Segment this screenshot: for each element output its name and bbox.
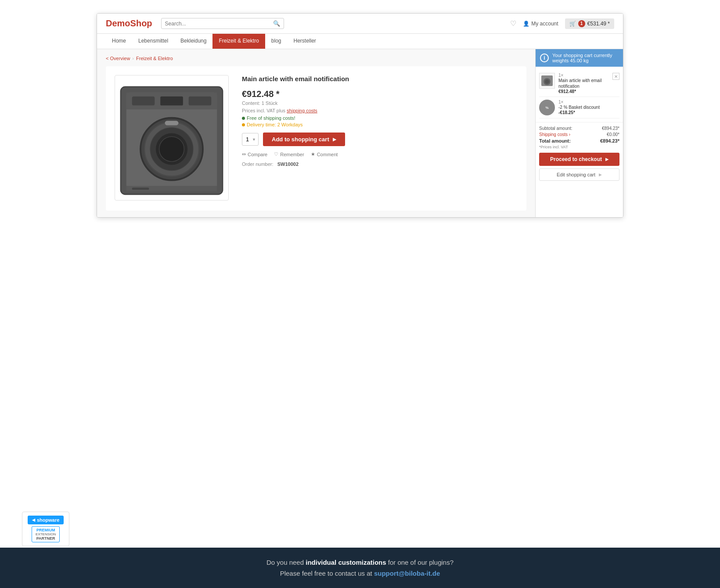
product-image-area <box>115 75 229 202</box>
wishlist-icon[interactable]: ♡ <box>510 19 516 28</box>
cart-dropdown-panel: i Your shopping cart currently weights 4… <box>535 49 623 217</box>
order-number-value: SW10002 <box>277 161 299 167</box>
account-icon: 👤 <box>523 21 529 27</box>
nav-bekleidung[interactable]: Bekleidung <box>174 34 212 49</box>
nav-hersteller[interactable]: Hersteller <box>288 34 322 49</box>
subtotal-value: €894.23* <box>602 126 619 131</box>
discount-icon-text: % <box>545 106 548 110</box>
cart-item-1-qty: 1× <box>558 73 609 78</box>
nav-home[interactable]: Home <box>106 34 132 49</box>
cart-item-2-name: -2 % Basket discount <box>558 104 619 110</box>
cart-item-1-price: €912.48* <box>558 89 609 94</box>
nav-blog[interactable]: blog <box>265 34 288 49</box>
svg-rect-5 <box>160 97 183 106</box>
info-circle-icon: i <box>540 54 549 62</box>
extension-text: EXTENSION <box>36 532 56 536</box>
edit-cart-button[interactable]: Edit shopping cart <box>539 169 619 181</box>
heart-action-icon: ♡ <box>274 151 278 157</box>
cart-totals: Subtotal amount: €894.23* Shipping costs… <box>536 122 623 184</box>
partner-text: PARTNER <box>36 536 56 541</box>
shop-nav: Home Lebensmittel Bekleidung Freizeit & … <box>97 34 623 49</box>
shop-window: DemoShop 🔍 ♡ 👤 My account 🛒 <box>97 13 623 218</box>
total-row: Total amount: €894.23* <box>539 138 619 143</box>
product-image <box>115 75 229 201</box>
account-label: My account <box>531 21 558 27</box>
remember-action[interactable]: ♡ Remember <box>274 151 304 157</box>
add-to-cart-button[interactable]: Add to shopping cart <box>263 133 345 146</box>
cart-info-text: Your shopping cart currently weights 45.… <box>552 53 619 63</box>
comment-action[interactable]: ★ Comment <box>311 151 338 157</box>
cart-item-2: % 1× -2 % Basket discount -€18.25* <box>539 97 619 118</box>
shop-header: DemoShop 🔍 ♡ 👤 My account 🛒 <box>97 14 623 34</box>
vat-note: Prices incl. VAT plus shipping costs <box>242 108 518 113</box>
cart-price: €531.49 * <box>587 21 610 27</box>
cart-item-2-info: 1× -2 % Basket discount -€18.25* <box>558 100 619 115</box>
bottom-cta-section: Do you need individual customizations fo… <box>0 548 720 588</box>
svg-rect-13 <box>132 187 149 190</box>
cart-badge: 1 <box>578 20 585 27</box>
cart-item-2-thumb: % <box>539 100 555 115</box>
product-price: €912.48 * <box>242 89 518 99</box>
compare-action[interactable]: ⇔ Compare <box>242 151 267 157</box>
subtotal-row: Subtotal amount: €894.23* <box>539 126 619 131</box>
shopware-logo-text: shopware <box>37 517 59 523</box>
cart-info-banner: i Your shopping cart currently weights 4… <box>536 49 623 67</box>
total-label: Total amount: <box>539 138 571 143</box>
shopware-logo: shopware <box>28 516 64 524</box>
checkout-button[interactable]: Proceed to checkout <box>539 153 619 166</box>
breadcrumb: < Overview › Freizeit & Elektro <box>106 56 526 61</box>
breadcrumb-back[interactable]: < Overview <box>106 56 130 61</box>
quantity-select[interactable]: 1 2 3 <box>242 133 259 146</box>
delivery-time-text: Delivery time: 2 Workdays <box>247 122 303 127</box>
cart-item-1-info: 1× Main article with email notification … <box>558 73 609 94</box>
shipping-costs-link[interactable]: shipping costs <box>287 108 317 113</box>
vat-note-row: *Prices incl. VAT <box>539 145 619 149</box>
support-email-link[interactable]: support@biloba-it.de <box>374 570 440 577</box>
cart-icon: 🛒 <box>569 21 576 27</box>
header-icons: ♡ 👤 My account 🛒 1 €531.49 * <box>510 18 614 29</box>
product-title: Main article with email notification <box>242 75 518 82</box>
qty-wrapper: 1 2 3 <box>242 133 259 146</box>
cart-area[interactable]: 🛒 1 €531.49 * <box>565 18 614 29</box>
svg-rect-4 <box>189 97 212 106</box>
shop-body: < Overview › Freizeit & Elektro <box>97 49 623 217</box>
content-label: Content: 1 Stück <box>242 100 277 106</box>
shipping-value: €0.00* <box>607 132 619 137</box>
premium-badge: PREMIUM EXTENSION PARTNER <box>32 526 60 542</box>
svg-point-10 <box>159 136 184 161</box>
logo-black: Demo <box>106 18 130 28</box>
star-icon: ★ <box>311 151 315 157</box>
vat-text: Prices incl. VAT plus <box>242 108 287 113</box>
search-icon[interactable]: 🔍 <box>273 20 280 27</box>
product-actions: ⇔ Compare ♡ Remember ★ C <box>242 151 518 157</box>
shopware-badge: shopware PREMIUM EXTENSION PARTNER <box>22 512 69 546</box>
compare-icon: ⇔ <box>242 151 246 157</box>
search-input[interactable] <box>165 21 273 27</box>
breadcrumb-current: Freizeit & Elektro <box>136 56 173 61</box>
nav-freizeit[interactable]: Freizeit & Elektro <box>212 34 265 49</box>
cart-item-1: 1× Main article with email notification … <box>539 70 619 97</box>
vat-note-text: *Prices incl. VAT <box>539 145 568 149</box>
account-area[interactable]: 👤 My account <box>523 21 558 27</box>
search-bar[interactable]: 🔍 <box>161 18 284 29</box>
product-content: Main article with email notification €91… <box>106 66 526 211</box>
free-shipping-text: Free of shipping costs! <box>247 115 295 121</box>
bottom-line-2: Please feel free to contact us at suppor… <box>280 570 440 577</box>
subtotal-label: Subtotal amount: <box>539 126 572 131</box>
green-dot <box>242 117 245 120</box>
price-content: Content: 1 Stück <box>242 100 518 106</box>
order-number-row: Order number: SW10002 <box>242 161 518 167</box>
shipping-costs-link[interactable]: Shipping costs › <box>539 132 570 137</box>
cart-item-1-remove[interactable]: ✕ <box>612 73 619 80</box>
product-details: Main article with email notification €91… <box>242 75 518 202</box>
cart-items-list: 1× Main article with email notification … <box>536 67 623 122</box>
product-area: < Overview › Freizeit & Elektro <box>97 49 535 217</box>
logo-red: Shop <box>130 18 152 28</box>
svg-rect-3 <box>132 97 155 106</box>
delivery-time-badge: Delivery time: 2 Workdays <box>242 122 518 127</box>
bottom-line-1: Do you need individual customizations fo… <box>266 559 454 566</box>
shop-logo: DemoShop <box>106 18 152 29</box>
cart-item-2-qty: 1× <box>558 100 619 104</box>
nav-lebensmittel[interactable]: Lebensmittel <box>132 34 174 49</box>
cart-item-2-price: -€18.25* <box>558 110 619 115</box>
